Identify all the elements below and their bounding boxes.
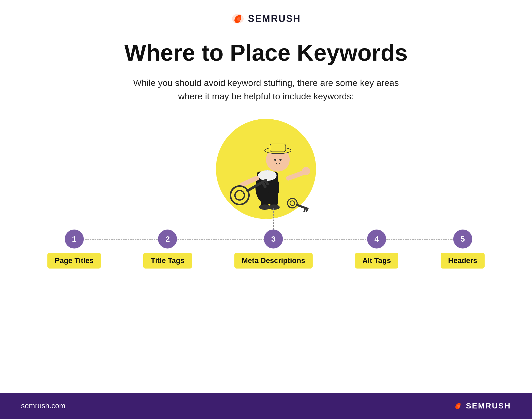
timeline-circle-5: 5 [453, 230, 472, 249]
timeline-item-2: 2 Title Tags [143, 230, 192, 269]
main-title: Where to Place Keywords [124, 40, 408, 66]
timeline-label-1: Page Titles [47, 253, 101, 269]
logo-text: SEMRUSH [248, 13, 301, 24]
svg-point-5 [258, 170, 277, 181]
svg-point-9 [274, 159, 276, 161]
vertical-connector [273, 208, 274, 230]
svg-rect-22 [261, 190, 269, 206]
svg-point-10 [279, 159, 282, 161]
timeline-item-5: 5 Headers [441, 230, 485, 269]
timeline-section: 1 Page Titles 2 Title Tags 3 Meta Descri… [26, 230, 506, 269]
svg-rect-19 [296, 203, 309, 210]
footer-logo-text: SEMRUSH [466, 401, 511, 410]
footer: semrush.com SEMRUSH [0, 393, 532, 419]
svg-point-27 [456, 406, 458, 408]
timeline-label-3: Meta Descriptions [234, 253, 313, 269]
footer-url: semrush.com [21, 402, 65, 410]
yellow-circle [216, 119, 316, 219]
footer-logo-icon [453, 401, 463, 410]
logo-area: SEMRUSH [231, 13, 301, 24]
svg-point-11 [302, 167, 310, 175]
timeline-circle-1: 1 [65, 230, 84, 249]
subtitle: While you should avoid keyword stuffing,… [121, 76, 411, 103]
svg-point-25 [268, 204, 280, 210]
timeline-item-4: 4 Alt Tags [355, 230, 398, 269]
timeline-items: 1 Page Titles 2 Title Tags 3 Meta Descri… [47, 230, 485, 269]
timeline-label-5: Headers [441, 253, 485, 269]
timeline-circle-3: 3 [264, 230, 283, 249]
timeline-circle-2: 2 [158, 230, 177, 249]
semrush-logo-icon [231, 13, 245, 24]
svg-rect-21 [306, 209, 308, 212]
timeline-item-1: 1 Page Titles [47, 230, 101, 269]
timeline-circle-4: 4 [367, 230, 386, 249]
svg-rect-8 [270, 144, 286, 152]
illustration-area [26, 119, 506, 219]
timeline-label-4: Alt Tags [355, 253, 398, 269]
timeline-label-2: Title Tags [143, 253, 192, 269]
svg-rect-20 [303, 209, 306, 212]
timeline-item-3: 3 Meta Descriptions [234, 230, 313, 269]
svg-point-1 [235, 19, 238, 22]
svg-rect-23 [270, 190, 278, 206]
character-illustration [211, 114, 321, 224]
footer-logo: SEMRUSH [453, 401, 511, 410]
main-content: SEMRUSH Where to Place Keywords While yo… [0, 0, 532, 393]
